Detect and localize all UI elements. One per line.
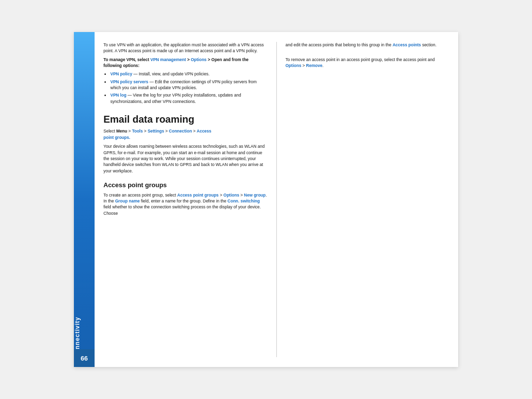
group-name-link[interactable]: Group name bbox=[115, 199, 140, 203]
vpn-options-list: VPN policy — Install, view, and update V… bbox=[110, 71, 267, 104]
page-container: Connectivity 66 To use VPN with an appli… bbox=[74, 32, 458, 367]
conn-switching-link[interactable]: Conn. switching bbox=[228, 199, 260, 203]
settings-link[interactable]: Settings bbox=[148, 129, 165, 133]
sidebar: Connectivity 66 bbox=[74, 32, 95, 367]
vpn-management-link[interactable]: VPN management bbox=[150, 57, 186, 62]
tools-link[interactable]: Tools bbox=[132, 129, 143, 133]
new-group-link[interactable]: New group bbox=[244, 193, 266, 198]
nav-path: Select Menu > Tools > Settings > Connect… bbox=[103, 128, 267, 141]
email-roaming-body: Your device allows roaming between wirel… bbox=[103, 143, 267, 174]
list-item-vpn-log: VPN log — View the log for your VPN poli… bbox=[110, 92, 267, 104]
access-point-groups-body: To create an access point group, select … bbox=[103, 192, 267, 216]
access-points-section-link[interactable]: Access points bbox=[393, 42, 421, 47]
page-number-box: 66 bbox=[74, 349, 95, 367]
access-point-groups-link[interactable]: Access point groups bbox=[177, 193, 219, 198]
page-number: 66 bbox=[81, 355, 88, 362]
options-link-3[interactable]: Options bbox=[286, 63, 301, 68]
connection-link[interactable]: Connection bbox=[169, 129, 192, 133]
vpn-policy-servers-link[interactable]: VPN policy servers bbox=[110, 79, 148, 84]
intro-paragraph: To use VPN with an application, the appl… bbox=[103, 42, 267, 54]
right-col-para2: To remove an access point in an access p… bbox=[286, 57, 450, 69]
access-point-groups-heading: Access point groups bbox=[103, 181, 267, 190]
right-col-para1: and edit the access points that belong t… bbox=[286, 42, 450, 48]
left-column: To use VPN with an application, the appl… bbox=[95, 42, 277, 357]
manage-vpn-paragraph: To manage VPN, select VPN management > O… bbox=[103, 57, 267, 69]
vpn-policy-link[interactable]: VPN policy bbox=[110, 71, 132, 76]
remove-link[interactable]: Remove bbox=[306, 63, 322, 68]
options-link-2[interactable]: Options bbox=[224, 193, 239, 198]
list-item-vpn-policy-servers: VPN policy servers — Edit the connection… bbox=[110, 79, 267, 91]
manage-vpn-prefix: To manage VPN, select bbox=[103, 57, 150, 62]
content-area: To use VPN with an application, the appl… bbox=[95, 32, 458, 367]
vpn-log-link[interactable]: VPN log bbox=[110, 93, 127, 98]
options-link-1[interactable]: Options bbox=[191, 57, 206, 62]
right-column: and edit the access points that belong t… bbox=[277, 42, 459, 357]
email-data-roaming-heading: Email data roaming bbox=[103, 113, 267, 125]
list-item-vpn-policy: VPN policy — Install, view, and update V… bbox=[110, 71, 267, 77]
